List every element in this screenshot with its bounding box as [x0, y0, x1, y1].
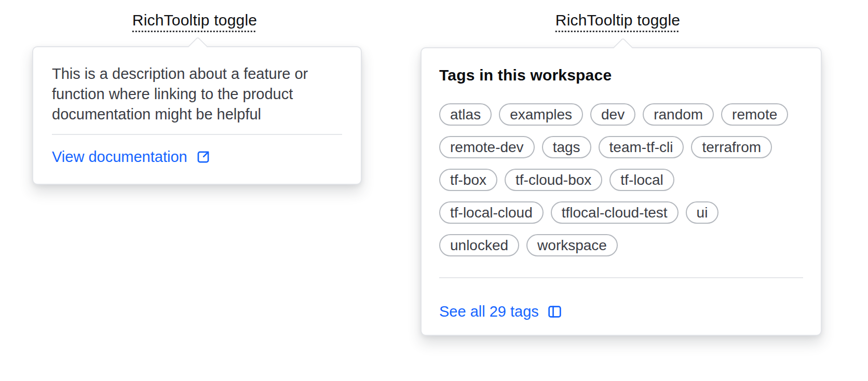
tag-pill: tflocal-cloud-test — [551, 201, 679, 224]
tag-pill: terrafrom — [691, 136, 772, 158]
tag-row: tf-local-cloudtflocal-cloud-testui — [439, 201, 803, 224]
tag-pill: workspace — [526, 234, 618, 256]
tag-pill: remote — [721, 103, 788, 126]
tag-pill: tf-local — [609, 169, 674, 191]
tag-pill: remote-dev — [439, 136, 535, 158]
see-all-tags-label: See all 29 tags — [439, 301, 539, 322]
tag-list: atlasexamplesdevrandomremoteremote-devta… — [439, 103, 803, 256]
sidebar-panel-icon — [547, 304, 563, 320]
tag-pill: examples — [499, 103, 583, 126]
tag-row: atlasexamplesdevrandomremote — [439, 103, 803, 126]
tooltip-description: This is a description about a feature or… — [52, 64, 342, 125]
tag-row: tf-boxtf-cloud-boxtf-local — [439, 169, 803, 191]
tooltip-arrow — [187, 36, 208, 57]
divider — [52, 134, 342, 135]
tag-pill: ui — [686, 201, 719, 224]
tag-pill: random — [643, 103, 714, 126]
tag-pill: tf-cloud-box — [505, 169, 602, 191]
tag-pill: unlocked — [439, 234, 519, 256]
tag-pill: tags — [542, 136, 591, 158]
tag-row: remote-devtagsteam-tf-cliterrafrom — [439, 136, 803, 158]
external-link-icon — [195, 149, 211, 165]
divider — [439, 277, 803, 278]
tag-pill: atlas — [439, 103, 492, 126]
tag-pill: tf-box — [439, 169, 497, 191]
tooltip-heading: Tags in this workspace — [439, 65, 803, 86]
rich-tooltip-tags: Tags in this workspace atlasexamplesdevr… — [421, 47, 822, 336]
richtooltip-toggle-left[interactable]: RichTooltip toggle — [132, 11, 257, 29]
richtooltip-toggle-right[interactable]: RichTooltip toggle — [555, 11, 680, 29]
tooltip-arrow — [613, 37, 633, 58]
view-documentation-label: View documentation — [52, 146, 187, 167]
rich-tooltip-documentation: This is a description about a feature or… — [32, 46, 362, 185]
tag-pill: dev — [590, 103, 635, 126]
tag-row: unlockedworkspace — [439, 234, 803, 256]
view-documentation-link[interactable]: View documentation — [52, 146, 211, 167]
see-all-tags-link[interactable]: See all 29 tags — [439, 301, 563, 322]
tag-pill: tf-local-cloud — [439, 201, 544, 224]
tag-pill: team-tf-cli — [599, 136, 684, 158]
